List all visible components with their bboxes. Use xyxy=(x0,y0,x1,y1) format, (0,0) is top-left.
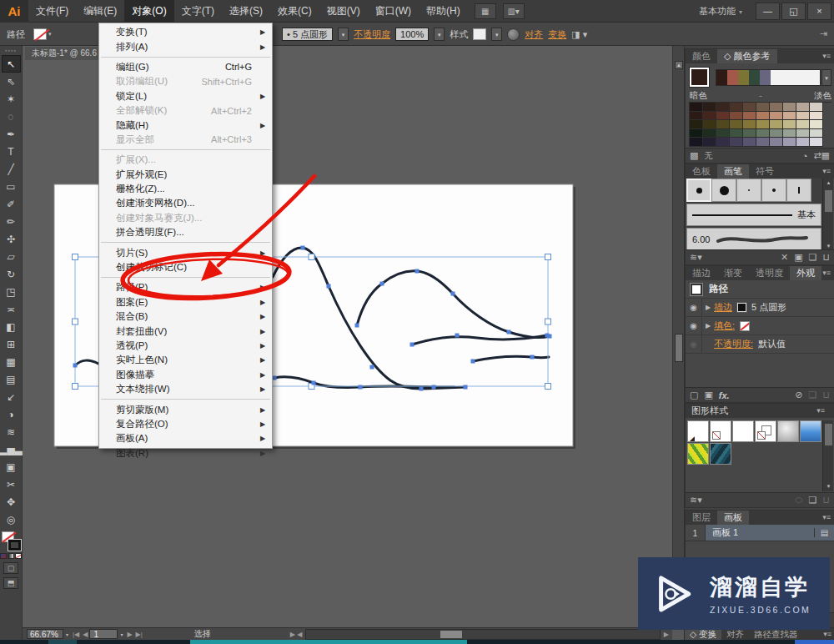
horizontal-scroll-thumb[interactable] xyxy=(440,631,462,638)
color-swatch[interactable] xyxy=(796,129,810,138)
selection-handle-5[interactable] xyxy=(73,384,78,390)
menubar-item-5[interactable]: 效果(C) xyxy=(270,0,319,23)
type-tool[interactable]: T xyxy=(2,143,21,160)
tools-grip[interactable]: ▪▪▪▪ xyxy=(5,46,17,55)
basic-brush-item[interactable]: 基本 xyxy=(686,204,821,226)
screen-mode-button[interactable]: ⬒ xyxy=(3,577,18,589)
anchor-point-5[interactable] xyxy=(355,324,359,328)
opacity-link[interactable]: 不透明度 xyxy=(354,28,390,41)
menubar-item-0[interactable]: 文件(F) xyxy=(28,0,76,23)
brushes-scroll-thumb[interactable] xyxy=(825,190,832,212)
styles-scrollbar[interactable]: ▲ ▼ xyxy=(822,420,833,491)
blend-tool[interactable]: ◑ xyxy=(2,405,21,423)
graphic-style-blue-gloss[interactable] xyxy=(800,420,821,442)
menu-item-14[interactable]: 切片(S)▶ xyxy=(99,245,272,259)
color-swatch[interactable] xyxy=(770,103,783,112)
menu-item-10[interactable]: 栅格化(Z)... xyxy=(99,182,272,196)
menu-item-2[interactable]: 编组(G)Ctrl+G xyxy=(99,60,272,74)
pencil-tool[interactable]: ✏ xyxy=(2,213,21,230)
panel-menu-icon[interactable]: ▾≡ xyxy=(822,511,834,525)
color-swatch[interactable] xyxy=(703,103,716,112)
new-style-icon[interactable]: ❏ xyxy=(809,495,817,506)
menu-item-19[interactable]: 封套扭曲(V)▶ xyxy=(99,324,272,338)
close-button[interactable]: × xyxy=(807,3,831,20)
visibility-eye-icon[interactable]: ◉ xyxy=(686,317,702,335)
brushes-tab-0[interactable]: 色板 xyxy=(686,164,717,179)
fill-none-swatch[interactable] xyxy=(740,321,750,331)
menu-item-25[interactable]: 复合路径(O)▶ xyxy=(99,417,272,431)
brush-item-4[interactable] xyxy=(786,179,811,202)
status-expand-icon[interactable]: ▶ ◀ xyxy=(290,631,303,638)
isolate-icon[interactable]: ◨ ▾ xyxy=(571,29,587,40)
color-swatch[interactable] xyxy=(730,120,743,129)
horizontal-scrollbar[interactable] xyxy=(305,629,661,640)
direct-selection-tool[interactable]: ⇖ xyxy=(2,73,21,90)
bridge-icon[interactable]: ▦ xyxy=(475,3,496,19)
variation-swatch[interactable] xyxy=(716,70,727,85)
menubar-item-3[interactable]: 文字(T) xyxy=(174,0,222,23)
color-tab-0[interactable]: 颜色 xyxy=(686,49,717,63)
artboard-nav-field[interactable]: 1 xyxy=(89,629,118,639)
first-artboard-icon[interactable]: |◀ xyxy=(73,631,79,638)
panel-menu-icon[interactable]: ▾≡ xyxy=(822,266,834,280)
visibility-eye-icon[interactable]: ◉ xyxy=(686,335,702,353)
panel-menu-icon[interactable]: ▾≡ xyxy=(822,49,834,63)
menu-item-11[interactable]: 创建渐变网格(D)... xyxy=(99,196,272,210)
anchor-point-9[interactable] xyxy=(507,330,511,335)
anchor-point-8[interactable] xyxy=(451,292,455,296)
graphic-style-emboss[interactable] xyxy=(777,420,799,442)
variation-swatch[interactable] xyxy=(727,70,738,85)
selection-handle-1[interactable] xyxy=(309,254,314,260)
vertical-scroll-thumb[interactable] xyxy=(675,334,683,362)
document-tab[interactable]: 未标题-1* @ 66.6 xyxy=(25,47,103,60)
dock-tab-2[interactable]: 路径查找器 xyxy=(749,628,803,640)
color-button[interactable] xyxy=(0,553,7,559)
selection-handle-7[interactable] xyxy=(545,384,551,390)
visibility-eye-icon[interactable]: ◉ xyxy=(686,299,702,316)
styles-scroll-thumb[interactable] xyxy=(825,424,832,445)
break-link-icon[interactable]: ⬭ xyxy=(795,495,802,506)
anchor-point-3[interactable] xyxy=(420,387,424,391)
style-swatch[interactable] xyxy=(473,28,486,40)
prev-artboard-icon[interactable]: ◀ xyxy=(83,631,88,638)
anchor-point-14[interactable] xyxy=(471,360,475,364)
graphic-style-none[interactable] xyxy=(710,420,731,442)
selection-handle-0[interactable] xyxy=(73,254,78,260)
perspective-grid-tool[interactable]: ⊞ xyxy=(2,335,21,353)
color-swatch[interactable] xyxy=(690,120,703,129)
taskbar-item[interactable] xyxy=(48,640,77,644)
anchor-point-15[interactable] xyxy=(530,355,535,360)
color-swatch[interactable] xyxy=(743,112,756,121)
next-artboard-icon[interactable]: ▶ xyxy=(127,631,132,638)
base-color-swatch[interactable] xyxy=(690,68,709,87)
color-swatch[interactable] xyxy=(810,138,823,147)
artboard-row[interactable]: 1 画板 1 ▤ xyxy=(686,525,834,541)
scroll-up-icon[interactable]: ▲ xyxy=(675,61,683,69)
brush-libraries-icon[interactable]: ≋▾ xyxy=(690,252,702,263)
taskbar-item[interactable] xyxy=(795,640,834,644)
anchor-point-18[interactable] xyxy=(359,385,363,390)
brushes-scrollbar[interactable]: ▲ ▼ xyxy=(822,179,833,251)
color-swatch[interactable] xyxy=(756,112,770,121)
new-brush-icon[interactable]: ❏ xyxy=(809,252,817,263)
brushes-tab-1[interactable]: 画笔 xyxy=(717,164,749,179)
blob-brush-tool[interactable]: ✣ xyxy=(2,230,21,248)
color-swatch[interactable] xyxy=(756,129,770,138)
magic-wand-tool[interactable]: ✶ xyxy=(2,90,21,108)
color-variations-bar[interactable] xyxy=(716,69,821,86)
zoom-level-field[interactable]: 66.67% xyxy=(27,629,63,639)
menu-item-26[interactable]: 画板(A)▶ xyxy=(99,431,272,445)
color-swatch[interactable] xyxy=(743,103,756,112)
artboard-dropdown-icon[interactable]: ▾ xyxy=(120,631,123,637)
stroke-color-swatch[interactable] xyxy=(737,303,746,312)
appearance-tab-1[interactable]: 渐变 xyxy=(717,266,749,280)
anchor-point-0[interactable] xyxy=(301,246,305,250)
anchor-point-7[interactable] xyxy=(415,269,420,274)
artboard-icon[interactable]: ▤ xyxy=(814,528,834,537)
menubar-item-6[interactable]: 视图(V) xyxy=(319,0,368,23)
panel-menu-icon[interactable]: ▾≡ xyxy=(822,164,834,179)
menubar-item-2[interactable]: 对象(O) xyxy=(124,0,173,23)
hand-tool[interactable]: ✥ xyxy=(2,493,21,511)
color-swatch[interactable] xyxy=(703,129,716,138)
color-swatch[interactable] xyxy=(716,103,730,112)
